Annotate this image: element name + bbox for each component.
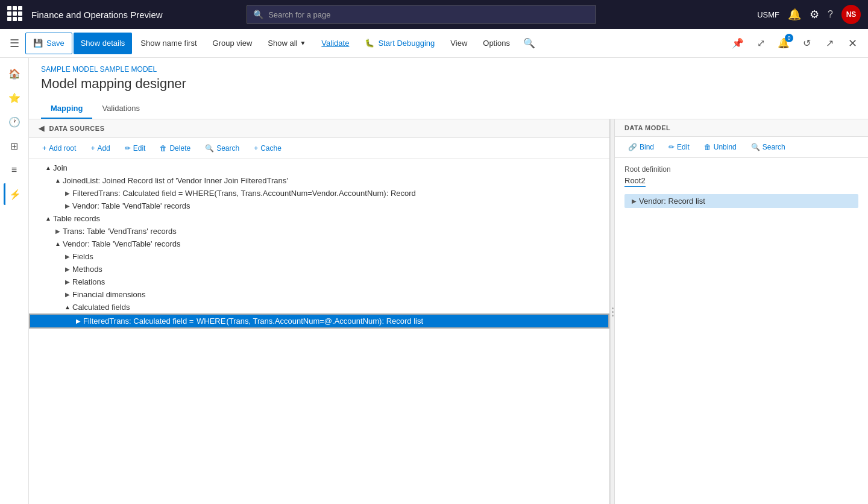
toggle-vendor-table[interactable]: ▲	[53, 241, 63, 247]
tree-node-fields[interactable]: ▶ Fields	[29, 250, 609, 263]
tree-node-table-records[interactable]: ▲ Table records	[29, 212, 609, 225]
main-toolbar: ☰ 💾 Save Show details Show name first Gr…	[0, 29, 868, 58]
main-layout: 🏠 ⭐ 🕐 ⊞ ≡ ⚡ SAMPLE MODEL SAMPLE MODEL Mo…	[0, 58, 868, 504]
show-name-first-button[interactable]: Show name first	[133, 33, 204, 54]
tree-node-methods[interactable]: ▶ Methods	[29, 263, 609, 276]
tree-node-trans[interactable]: ▶ Trans: Table 'VendTrans' records	[29, 225, 609, 238]
user-region[interactable]: USMF	[757, 10, 779, 19]
search-model-button[interactable]: 🔍 Search	[745, 140, 791, 154]
menu-toggle-button[interactable]: ☰	[5, 33, 24, 54]
add-icon: +	[90, 144, 95, 153]
start-debugging-button[interactable]: 🐛 Start Debugging	[357, 33, 442, 54]
tab-bar: Mapping Validations	[41, 99, 856, 119]
data-sources-tree: ▲ Join ▲ JoinedList: Joined Record list …	[29, 159, 609, 504]
help-icon[interactable]: ?	[828, 9, 833, 20]
search-model-icon: 🔍	[751, 143, 760, 151]
tree-node-filteredtrans-join[interactable]: ▶ FilteredTrans: Calculated field = WHER…	[29, 187, 609, 200]
settings-icon[interactable]: ⚙	[810, 8, 819, 21]
tab-mapping[interactable]: Mapping	[41, 99, 92, 119]
bind-button[interactable]: 🔗 Bind	[622, 140, 660, 154]
options-button[interactable]: Options	[476, 33, 517, 54]
toggle-methods[interactable]: ▶	[63, 266, 72, 272]
show-all-button[interactable]: Show all ▼	[260, 33, 313, 54]
refresh-icon[interactable]: ↺	[796, 33, 817, 54]
debug-icon: 🐛	[365, 39, 374, 48]
edit-model-button[interactable]: ✏ Edit	[662, 140, 696, 154]
search-data-sources-button[interactable]: 🔍 Search	[199, 142, 245, 155]
edit-icon: ✏	[125, 144, 131, 153]
delete-icon: 🗑	[160, 144, 167, 153]
data-sources-panel: ◀ DATA SOURCES + Add root + Add ✏ Edit	[29, 119, 610, 504]
tree-node-join[interactable]: ▲ Join	[29, 162, 609, 174]
global-search[interactable]: 🔍	[247, 5, 596, 24]
favorites-icon[interactable]: ⭐	[4, 87, 25, 109]
tree-node-vendor-record-list[interactable]: ▶ Vendor: Record list	[624, 194, 858, 208]
toggle-calc-fields[interactable]: ▲	[63, 304, 72, 310]
tree-node-financial-dims[interactable]: ▶ Financial dimensions	[29, 288, 609, 301]
data-model-toolbar: 🔗 Bind ✏ Edit 🗑 Unbind 🔍 Search	[615, 137, 868, 158]
user-avatar[interactable]: NS	[841, 5, 861, 24]
cache-icon: +	[254, 144, 258, 153]
breadcrumb[interactable]: SAMPLE MODEL SAMPLE MODEL	[41, 65, 856, 74]
collapse-arrow[interactable]: ◀	[39, 124, 45, 133]
tree-node-joinedlist[interactable]: ▲ JoinedList: Joined Record list of 'Ven…	[29, 174, 609, 187]
add-button[interactable]: + Add	[84, 142, 116, 155]
tree-node-relations[interactable]: ▶ Relations	[29, 276, 609, 288]
left-sidebar-icons: 🏠 ⭐ 🕐 ⊞ ≡ ⚡	[0, 58, 29, 504]
unbind-button[interactable]: 🗑 Unbind	[698, 140, 743, 154]
expand-icon[interactable]: ⤢	[750, 33, 772, 54]
toggle-joinedlist[interactable]: ▲	[53, 177, 63, 184]
workspaces-icon[interactable]: ⊞	[4, 135, 25, 157]
delete-button[interactable]: 🗑 Delete	[154, 142, 197, 155]
tab-validations[interactable]: Validations	[92, 99, 149, 119]
toggle-vendor-record-list[interactable]: ▶	[629, 198, 639, 204]
notification-count-badge: 0	[785, 34, 793, 42]
chevron-down-icon: ▼	[300, 40, 306, 46]
global-search-input[interactable]	[268, 10, 590, 19]
group-view-button[interactable]: Group view	[206, 33, 260, 54]
recent-icon[interactable]: 🕐	[4, 111, 25, 133]
data-sources-toolbar: + Add root + Add ✏ Edit 🗑 Delete	[29, 138, 609, 159]
modules-icon[interactable]: ≡	[4, 159, 25, 181]
tree-node-vendor-table[interactable]: ▲ Vendor: Table 'VendTable' records	[29, 238, 609, 250]
notification-bell-icon[interactable]: 🔔	[788, 8, 801, 21]
data-model-panel: DATA MODEL 🔗 Bind ✏ Edit 🗑 Unbind	[615, 119, 868, 504]
view-button[interactable]: View	[443, 33, 474, 54]
toggle-vendor-join[interactable]: ▶	[63, 203, 72, 209]
toggle-join[interactable]: ▲	[43, 165, 53, 171]
save-button[interactable]: 💾 Save	[25, 33, 72, 54]
data-model-header: DATA MODEL	[615, 119, 868, 137]
pin-icon[interactable]: 📌	[727, 33, 749, 54]
panel-splitter[interactable]	[610, 119, 615, 504]
open-new-window-icon[interactable]: ↗	[819, 33, 840, 54]
toggle-trans[interactable]: ▶	[53, 228, 63, 235]
close-icon[interactable]: ✕	[841, 33, 863, 54]
app-title: Finance and Operations Preview	[31, 10, 163, 20]
tree-node-vendor-join[interactable]: ▶ Vendor: Table 'VendTable' records	[29, 200, 609, 212]
toggle-fields[interactable]: ▶	[63, 253, 72, 260]
waffle-menu[interactable]	[7, 6, 24, 23]
bind-icon: 🔗	[628, 143, 637, 151]
data-model-content: Root definition Root2 ▶ Vendor: Record l…	[615, 158, 868, 504]
cache-button[interactable]: + Cache	[248, 142, 288, 155]
filter-icon[interactable]: ⚡	[4, 183, 25, 205]
page-header: SAMPLE MODEL SAMPLE MODEL Model mapping …	[29, 58, 868, 119]
save-icon: 💾	[33, 39, 43, 48]
tree-node-calc-fields[interactable]: ▲ Calculated fields	[29, 301, 609, 313]
split-pane: ◀ DATA SOURCES + Add root + Add ✏ Edit	[29, 119, 868, 504]
add-root-button[interactable]: + Add root	[36, 142, 82, 155]
tree-node-filteredtrans-calc[interactable]: ▶ FilteredTrans: Calculated field = WHER…	[29, 313, 609, 329]
show-details-button[interactable]: Show details	[74, 33, 133, 54]
top-nav-right: USMF 🔔 ⚙ ? NS	[757, 5, 861, 24]
toggle-financial-dims[interactable]: ▶	[63, 291, 72, 298]
root-definition-label: Root definition	[624, 165, 858, 174]
toggle-table-records[interactable]: ▲	[43, 215, 53, 222]
home-icon[interactable]: 🏠	[4, 63, 25, 84]
edit-button[interactable]: ✏ Edit	[119, 142, 152, 155]
search-toolbar-button[interactable]: 🔍	[518, 33, 540, 54]
page-title: Model mapping designer	[41, 76, 856, 92]
toggle-filteredtrans-join[interactable]: ▶	[63, 190, 72, 197]
toggle-relations[interactable]: ▶	[63, 279, 72, 285]
validate-button[interactable]: Validate	[314, 33, 356, 54]
toggle-filteredtrans-calc[interactable]: ▶	[74, 318, 83, 324]
